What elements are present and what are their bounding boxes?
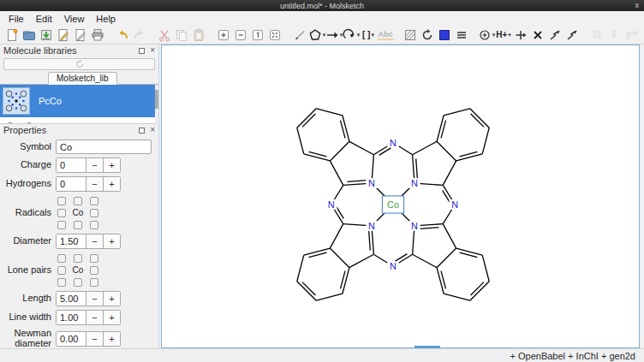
mechanism-arrow-tool-2[interactable]: [564, 27, 580, 43]
n-atom-label[interactable]: N: [411, 178, 418, 188]
length-increment-button[interactable]: +: [103, 292, 120, 306]
diameter-value[interactable]: 1.50: [57, 234, 86, 248]
hydrogens-decrement-button[interactable]: −: [86, 177, 103, 191]
color-picker-button[interactable]: [437, 27, 452, 43]
radicals-checkbox-6[interactable]: [57, 221, 66, 229]
symbol-input[interactable]: [56, 139, 152, 154]
align-tool-3[interactable]: [623, 27, 639, 43]
draw-bond-tool[interactable]: [292, 27, 307, 43]
charge-tool-dropdown-icon[interactable]: ▾: [492, 32, 496, 39]
radicals-checkbox-7[interactable]: [74, 221, 82, 229]
window-close-button[interactable]: x: [635, 0, 640, 11]
zoom-out-button[interactable]: [233, 27, 248, 43]
radicals-checkbox-2[interactable]: [90, 197, 98, 205]
library-close-icon[interactable]: ×: [150, 46, 155, 55]
n-atom-label[interactable]: N: [411, 221, 418, 231]
library-item-pcco[interactable]: PcCo: [0, 85, 158, 117]
align-tool-1[interactable]: [589, 27, 605, 43]
save-as-button[interactable]: [56, 27, 71, 43]
line-width-button[interactable]: [454, 27, 469, 43]
n-atom-label[interactable]: N: [368, 221, 375, 231]
properties-float-icon[interactable]: [139, 128, 145, 134]
length-value[interactable]: 5.00: [57, 292, 86, 306]
library-item-partial[interactable]: [0, 117, 158, 123]
co-atom-label[interactable]: Co: [387, 199, 399, 210]
export-button[interactable]: [73, 27, 88, 43]
cut-button[interactable]: [157, 27, 172, 43]
hydrogen-tool-dropdown-icon[interactable]: ▾: [508, 32, 511, 39]
charge-tool[interactable]: ▾: [479, 27, 494, 43]
open-file-button[interactable]: [21, 27, 37, 43]
newman-diameter-decrement-button[interactable]: −: [86, 332, 103, 346]
lone-pairs-checkbox-0[interactable]: [57, 254, 66, 263]
curved-arrow-tool[interactable]: ▾: [343, 27, 359, 43]
charge-decrement-button[interactable]: −: [86, 158, 103, 172]
radicals-checkbox-0[interactable]: [57, 197, 66, 205]
length-decrement-button[interactable]: −: [86, 292, 103, 306]
charge-increment-button[interactable]: +: [103, 158, 120, 172]
lone-pairs-checkbox-1[interactable]: [74, 254, 82, 263]
menu-edit[interactable]: Edit: [31, 13, 57, 25]
increment-hydrogen-tool[interactable]: [513, 27, 528, 43]
molecule-structure[interactable]: CoNNNNNNNN: [285, 97, 501, 312]
save-button[interactable]: [39, 27, 54, 43]
text-tool[interactable]: Abc: [378, 27, 393, 43]
lone-pairs-checkbox-5[interactable]: [90, 266, 98, 275]
rotate-tool[interactable]: [420, 27, 435, 43]
radicals-checkbox-3[interactable]: [57, 209, 66, 217]
copy-button[interactable]: [174, 27, 189, 43]
lone-pairs-checkbox-7[interactable]: [74, 278, 82, 287]
lone-pairs-checkbox-8[interactable]: [90, 278, 98, 287]
n-atom-label[interactable]: N: [451, 199, 458, 210]
line-width-value[interactable]: 1.00: [57, 311, 86, 324]
n-atom-label[interactable]: N: [390, 138, 397, 148]
undo-button[interactable]: [115, 27, 130, 43]
line-width-increment-button[interactable]: +: [103, 311, 120, 324]
library-float-icon[interactable]: [139, 48, 145, 54]
diameter-decrement-button[interactable]: −: [86, 234, 103, 248]
line-width-decrement-button[interactable]: −: [86, 311, 103, 324]
redo-button[interactable]: [132, 27, 147, 43]
properties-close-icon[interactable]: ×: [150, 126, 155, 134]
hydrogen-tool[interactable]: H+▾: [496, 27, 511, 43]
n-atom-label[interactable]: N: [328, 199, 335, 210]
radicals-checkbox-8[interactable]: [90, 221, 98, 229]
zoom-in-button[interactable]: [216, 27, 231, 43]
ring-tool[interactable]: ▾: [309, 27, 325, 43]
align-tool-2[interactable]: [606, 27, 622, 43]
selection-tool[interactable]: [402, 27, 418, 43]
delete-tool[interactable]: [530, 27, 546, 43]
menu-view[interactable]: View: [59, 13, 90, 25]
print-button[interactable]: [90, 27, 105, 43]
zoom-fit-button[interactable]: [267, 27, 283, 43]
lone-pairs-checkbox-6[interactable]: [57, 278, 66, 287]
tab-molsketch-lib[interactable]: Molsketch_lib: [48, 72, 117, 85]
drawing-canvas[interactable]: CoNNNNNNNN: [161, 45, 640, 348]
curved-arrow-tool-dropdown-icon[interactable]: ▾: [357, 32, 361, 39]
zoom-original-button[interactable]: [250, 27, 265, 43]
menu-file[interactable]: File: [3, 13, 29, 25]
radicals-checkbox-5[interactable]: [90, 209, 98, 217]
menu-help[interactable]: Help: [91, 13, 121, 25]
library-scrollbar[interactable]: [155, 85, 158, 124]
diameter-increment-button[interactable]: +: [103, 234, 120, 248]
n-atom-label[interactable]: N: [368, 178, 375, 188]
lone-pairs-checkbox-2[interactable]: [90, 254, 98, 263]
arrow-tool[interactable]: ▾: [326, 27, 342, 43]
hydrogens-value[interactable]: 0: [57, 177, 86, 191]
radicals-checkbox-1[interactable]: [74, 197, 82, 205]
bracket-tool-dropdown-icon[interactable]: ▾: [371, 32, 374, 39]
n-atom-label[interactable]: N: [390, 261, 397, 271]
lone-pairs-checkbox-3[interactable]: [57, 266, 66, 275]
toolbar-overflow-button[interactable]: ▶: [640, 27, 644, 43]
charge-value[interactable]: 0: [57, 158, 86, 172]
bracket-tool[interactable]: [ ]▾: [361, 27, 376, 43]
paste-button[interactable]: [191, 27, 206, 43]
newman-diameter-value[interactable]: 0.00: [57, 332, 86, 346]
molecule-drawing[interactable]: CoNNNNNNNN: [285, 97, 501, 312]
newman-diameter-increment-button[interactable]: +: [103, 332, 120, 346]
hydrogens-increment-button[interactable]: +: [103, 177, 120, 191]
new-file-button[interactable]: [4, 27, 20, 43]
library-refresh-button[interactable]: [3, 58, 155, 70]
mechanism-arrow-tool-1[interactable]: [547, 27, 563, 43]
